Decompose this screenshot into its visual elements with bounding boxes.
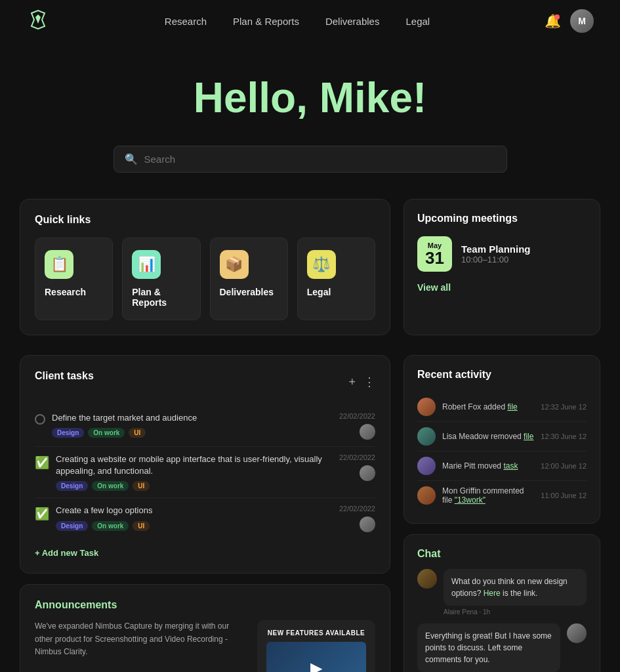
tag-ui-2: UI (133, 481, 150, 491)
client-tasks-title: Client tasks (35, 370, 94, 382)
nav-link-legal[interactable]: Legal (405, 16, 430, 27)
tag-design-1: Design (52, 428, 84, 438)
chat-msg-body-1: What do you think on new design options?… (444, 569, 587, 616)
task-item-1: Define the target market and audience De… (35, 406, 375, 447)
user-avatar[interactable]: M (570, 9, 594, 33)
quick-link-research-label: Research (45, 287, 86, 297)
meeting-info: Team Planning 10:00–11:00 (461, 243, 587, 264)
task-item-3: ✅ Create a few logo options Design On wo… (35, 498, 375, 539)
activity-time-1: 12:32 June 12 (541, 403, 587, 411)
chat-title: Chat (417, 548, 587, 560)
activity-link-4[interactable]: "13work" (455, 495, 486, 505)
activity-text-3: Marie Pitt moved task (442, 461, 534, 471)
meetings-view-all[interactable]: View all (417, 282, 587, 293)
chat-msg-meta-1: Alaire Pena · 1h (444, 608, 587, 616)
meetings-title: Upcoming meetings (417, 213, 587, 224)
hero-name: Mike! (320, 74, 427, 121)
task-tags-2: Design On work UI (56, 481, 333, 491)
tasks-card: Client tasks + ⋮ Define the target marke… (20, 355, 390, 574)
task-meta-1: 22/02/2022 (339, 412, 375, 440)
search-icon: 🔍 (125, 153, 138, 165)
tag-onwork-2: On work (92, 481, 129, 491)
quick-link-deliverables[interactable]: 📦 Deliverables (210, 238, 288, 320)
announcements-card: Announcements We've expanded Nimbus Capt… (20, 584, 390, 672)
task-avatar-2 (360, 465, 375, 481)
add-new-task-button[interactable]: + Add new Task (35, 548, 98, 558)
tasks-header: Client tasks + ⋮ (35, 370, 375, 394)
notification-bell-button[interactable]: 🔔 (545, 13, 561, 29)
activity-avatar-4 (417, 486, 436, 505)
quick-links-title: Quick links (35, 214, 375, 226)
chat-msg-1: What do you think on new design options?… (417, 569, 587, 616)
search-bar[interactable]: 🔍 (114, 146, 507, 173)
task-checkbox-3[interactable]: ✅ (35, 507, 49, 521)
tasks-menu-button[interactable]: ⋮ (363, 375, 375, 389)
tag-design-3: Design (56, 521, 88, 531)
task-avatar-1 (360, 424, 375, 440)
chat-link-1[interactable]: Here (484, 589, 501, 598)
tag-design-2: Design (56, 481, 88, 491)
research-icon: 📋 (45, 250, 73, 279)
legal-icon: ⚖️ (307, 250, 336, 279)
right-bottom-col: Recent activity Robert Fox added file 12… (403, 355, 600, 672)
quick-link-deliverables-label: Deliverables (220, 287, 274, 297)
main-content: Quick links 📋 Research 📊 Plan & Reports … (0, 199, 620, 355)
activity-link-3[interactable]: task (503, 461, 518, 471)
activity-item-1: Robert Fox added file 12:32 June 12 (417, 392, 587, 422)
quick-link-plan-reports[interactable]: 📊 Plan & Reports (122, 238, 200, 320)
tag-ui-3: UI (133, 521, 150, 531)
navbar: Research Plan & Reports Deliverables Leg… (0, 0, 620, 42)
tag-onwork-1: On work (88, 428, 125, 438)
plan-reports-icon: 📊 (132, 250, 161, 279)
task-avatar-3 (360, 516, 375, 532)
chat-msg-body-2: Everything is great! But I have some poi… (417, 623, 560, 672)
task-title-1: Define the target market and audience (52, 412, 333, 424)
activity-text-2: Lisa Meadow removed file (442, 432, 534, 441)
activity-link-2[interactable]: file (524, 432, 533, 441)
nav-link-research[interactable]: Research (165, 16, 207, 27)
left-column: Client tasks + ⋮ Define the target marke… (20, 355, 390, 672)
chat-avatar-1 (417, 569, 437, 589)
meeting-name: Team Planning (461, 243, 587, 255)
add-task-icon-button[interactable]: + (348, 375, 356, 389)
notification-dot (554, 14, 560, 20)
tasks-actions: + ⋮ (348, 375, 375, 389)
chat-msg-text-2: Everything is great! But I have some poi… (417, 623, 560, 672)
nav-right: 🔔 M (545, 9, 594, 33)
quick-link-legal-label: Legal (307, 287, 331, 297)
activity-avatar-3 (417, 457, 436, 475)
quick-link-research[interactable]: 📋 Research (35, 238, 113, 320)
task-tags-3: Design On work UI (56, 521, 333, 531)
activity-item-3: Marie Pitt moved task 12:00 June 12 (417, 452, 587, 481)
quick-links-grid: 📋 Research 📊 Plan & Reports 📦 Deliverabl… (35, 238, 375, 320)
quick-link-plan-reports-label: Plan & Reports (132, 287, 190, 308)
logo[interactable] (26, 8, 50, 34)
nav-link-plan-reports[interactable]: Plan & Reports (233, 16, 299, 27)
task-date-1: 22/02/2022 (339, 412, 375, 420)
hero-greeting: Hello, (194, 74, 320, 121)
quick-links-card: Quick links 📋 Research 📊 Plan & Reports … (20, 199, 390, 335)
tag-ui-1: UI (129, 428, 146, 438)
activity-avatar-1 (417, 398, 436, 416)
recent-activity-card: Recent activity Robert Fox added file 12… (403, 355, 600, 524)
task-meta-2: 22/02/2022 (339, 453, 375, 481)
announcements-promo: NEW FEATURES AVAILABLE ▶ Try it out (257, 620, 375, 672)
quick-link-legal[interactable]: ⚖️ Legal (297, 238, 375, 320)
task-date-3: 22/02/2022 (339, 505, 375, 513)
recent-activity-title: Recent activity (417, 369, 587, 381)
task-body-1: Define the target market and audience De… (52, 412, 333, 438)
meeting-day: 31 (425, 249, 444, 266)
chat-msg-text-1: What do you think on new design options?… (444, 569, 587, 606)
activity-time-4: 11:00 June 12 (541, 492, 587, 499)
activity-link-1[interactable]: file (507, 402, 517, 411)
activity-item-2: Lisa Meadow removed file 12:30 June 12 (417, 422, 587, 452)
activity-avatar-2 (417, 427, 436, 446)
task-checkbox-2[interactable]: ✅ (35, 455, 49, 470)
search-wrap: 🔍 (0, 146, 620, 173)
promo-image: ▶ (266, 642, 366, 672)
task-checkbox-1[interactable] (35, 414, 45, 425)
search-input[interactable] (144, 154, 496, 165)
announcements-inner: We've expanded Nimbus Capture by merging… (35, 620, 375, 672)
nav-link-deliverables[interactable]: Deliverables (325, 16, 380, 27)
task-item-2: ✅ Creating a website or mobile app inter… (35, 447, 375, 498)
